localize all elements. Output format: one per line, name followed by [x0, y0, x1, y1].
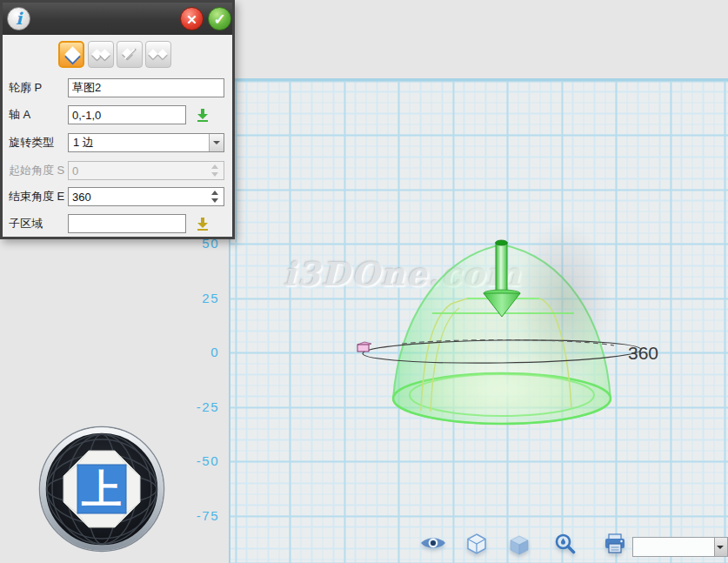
subregion-input[interactable]	[68, 214, 186, 233]
visibility-eye-icon[interactable]	[420, 535, 446, 551]
revolve-mode-split-diamond-button[interactable]	[145, 41, 171, 68]
shaded-cube-icon[interactable]	[509, 535, 530, 555]
revolve-type-dropdown[interactable]: 1 边	[68, 133, 224, 152]
dialog-titlebar: i ✕ ✓	[3, 3, 232, 35]
wireframe-cube-icon[interactable]	[466, 533, 487, 554]
axis-tick-25: 25	[155, 292, 219, 305]
revolve-mode-diamond-slash-button[interactable]	[117, 41, 143, 68]
end-angle-label: 结束角度 E	[9, 187, 64, 206]
view-mode-select[interactable]	[632, 537, 728, 557]
start-angle-label: 起始角度 S	[9, 161, 64, 180]
profile-input[interactable]	[68, 78, 224, 97]
end-angle-spinner[interactable]	[209, 188, 221, 205]
revolve-type-dropdown-button[interactable]	[209, 134, 224, 151]
watermark: i3DOne.com	[284, 255, 522, 293]
diamond-icon	[64, 46, 80, 62]
axis-pick-arrow-icon[interactable]	[194, 106, 211, 124]
revolve-type-label: 旋转类型	[9, 133, 54, 152]
viewcube-face-label: 上	[81, 466, 122, 512]
axis-label: 轴 A	[9, 105, 30, 124]
split-diamond-icon	[148, 49, 157, 58]
print-icon[interactable]	[604, 533, 626, 554]
subregion-label: 子区域	[9, 214, 43, 233]
revolve-mode-two-diamonds-button[interactable]	[88, 41, 114, 68]
start-angle-input	[68, 161, 224, 180]
chevron-down-icon	[717, 546, 724, 549]
revolve-dialog: i ✕ ✓ 轮廓 P 轴 A 旋转类型 1 边	[0, 0, 235, 239]
view-navigation-ball[interactable]: 上	[38, 426, 165, 553]
axis-tick-n25: -25	[155, 400, 219, 414]
axis-tick-0: 0	[155, 345, 219, 359]
axis-input[interactable]	[68, 105, 186, 124]
viewport-grid[interactable]	[229, 78, 728, 563]
revolve-mode-solid-button[interactable]	[58, 41, 84, 68]
chevron-down-icon	[213, 141, 220, 144]
cancel-button[interactable]: ✕	[180, 7, 204, 30]
info-icon[interactable]: i	[7, 7, 30, 30]
zoom-magnifier-icon[interactable]	[554, 533, 577, 555]
profile-label: 轮廓 P	[9, 78, 42, 97]
view-mode-dropdown-button[interactable]	[714, 538, 727, 556]
subregion-pick-arrow-icon[interactable]	[194, 215, 211, 232]
start-angle-spinner	[209, 162, 221, 179]
end-angle-input[interactable]	[68, 187, 224, 206]
revolve-type-value: 1 边	[73, 136, 94, 149]
confirm-button[interactable]: ✓	[208, 7, 231, 30]
